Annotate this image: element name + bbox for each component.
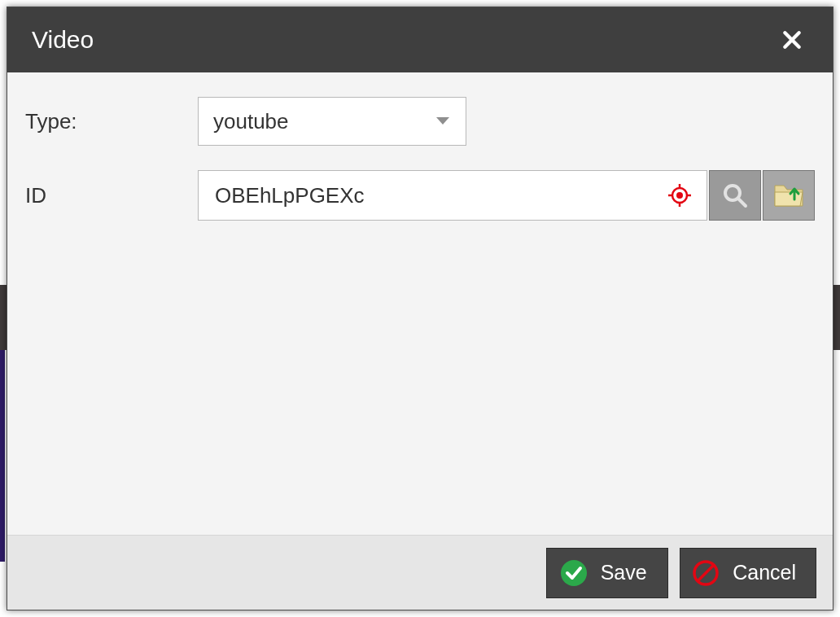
search-icon xyxy=(721,182,749,209)
close-button[interactable] xyxy=(776,24,808,56)
upload-button[interactable] xyxy=(763,170,815,221)
cancel-button[interactable]: Cancel xyxy=(680,548,816,598)
type-select-value: youtube xyxy=(213,109,435,134)
dialog-footer: Save Cancel xyxy=(7,535,833,610)
search-button[interactable] xyxy=(709,170,761,221)
svg-line-10 xyxy=(698,565,714,581)
id-input[interactable] xyxy=(213,182,661,209)
svg-line-7 xyxy=(738,199,746,206)
type-select[interactable]: youtube xyxy=(198,97,466,146)
prohibit-icon xyxy=(692,559,720,587)
target-button[interactable] xyxy=(667,183,692,208)
chevron-down-icon xyxy=(435,116,451,127)
id-label: ID xyxy=(25,183,198,208)
check-circle-icon xyxy=(560,559,588,587)
save-button-label: Save xyxy=(601,561,647,584)
svg-point-8 xyxy=(561,560,587,586)
dialog-titlebar: Video xyxy=(7,7,833,72)
folder-upload-icon xyxy=(772,182,805,209)
cancel-button-label: Cancel xyxy=(733,561,796,584)
type-label: Type: xyxy=(25,109,198,134)
close-icon xyxy=(781,29,803,50)
target-icon xyxy=(668,184,691,207)
id-input-container xyxy=(198,170,707,221)
dialog-title: Video xyxy=(32,26,94,54)
id-row: ID xyxy=(25,170,815,221)
background-strip xyxy=(0,350,5,562)
type-row: Type: youtube xyxy=(25,97,815,146)
id-field-group xyxy=(198,170,815,221)
svg-point-1 xyxy=(676,192,683,199)
save-button[interactable]: Save xyxy=(546,548,668,598)
video-dialog: Video Type: youtube ID xyxy=(7,7,833,610)
dialog-body: Type: youtube ID xyxy=(7,72,833,535)
